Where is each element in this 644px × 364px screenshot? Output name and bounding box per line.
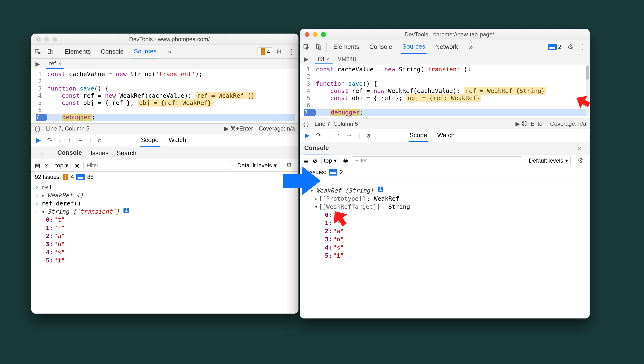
inline-value-hint: obj = {ref: WeakRef} [138,99,213,106]
resume-icon[interactable]: ▶ [305,132,310,139]
close-drawer-icon[interactable]: × [573,144,586,152]
deactivate-breakpoints-icon[interactable]: ⌀ [98,136,102,144]
step-over-icon[interactable]: ↷ [47,136,53,144]
file-tabbar: ▶ ref× [31,59,298,69]
file-tab-vm[interactable]: VM348 [335,54,359,64]
file-tab-ref[interactable]: ref× [315,54,333,64]
drawer-tab-search[interactable]: Search [117,150,136,157]
line-gutter: 1234567 [31,69,44,123]
file-tab-ref[interactable]: ref× [46,59,64,69]
tab-elements[interactable]: Elements [332,40,361,54]
run-snippet-icon[interactable]: ▶ [31,60,44,67]
drawer-tabs: ⋮ Console Issues Search [31,147,298,159]
info-icon[interactable]: i [378,186,383,192]
console-toolbar: ▤ ⊘ top▾ ◉ Default levels▾ ⚙ [300,154,590,167]
drawer-tab-issues[interactable]: Issues [91,150,109,157]
menu-icon[interactable]: ⋮ [285,48,298,56]
annotation-red-arrow-icon [331,211,350,230]
close-icon[interactable]: × [58,61,61,66]
file-tabbar: ▶ ref× VM348 [300,54,590,64]
traffic-lights[interactable] [300,32,331,37]
tab-watch[interactable]: Watch [436,129,456,142]
window-title: DevTools - chrome://new-tab-page/ [331,31,590,38]
live-expression-icon[interactable]: ◉ [343,157,348,164]
step-over-icon[interactable]: ↷ [316,132,321,139]
step-out-icon[interactable]: ↑ [337,132,340,139]
filter-input[interactable] [352,156,522,165]
drawer-tab-console[interactable]: Console [304,142,329,155]
issues-summary[interactable]: 2 Issues: ▬2 [300,167,590,178]
info-icon: ▬ [548,44,557,50]
more-tabs-icon[interactable]: » [467,43,476,51]
step-into-icon[interactable]: ↓ [327,132,330,139]
annotation-arrow-icon [283,165,321,196]
info-icon[interactable]: i [123,208,129,213]
log-levels-select[interactable]: Default levels▾ [235,161,279,170]
step-icon[interactable]: → [346,132,352,139]
tab-sources[interactable]: Sources [401,40,426,54]
run-shortcut: ▶ ⌘+Enter [224,125,253,132]
titlebar: DevTools - chrome://new-tab-page/ [300,29,590,40]
svg-marker-6 [283,166,321,195]
tab-watch[interactable]: Watch [168,134,187,147]
coverage-status: Coverage: n/a [550,120,586,127]
settings-icon[interactable]: ⚙ [564,43,576,51]
device-toggle-icon[interactable] [44,48,56,55]
console-settings-icon[interactable]: ⚙ [574,156,586,164]
step-into-icon[interactable]: ↓ [59,136,62,144]
svg-marker-7 [575,95,592,111]
clear-console-icon[interactable]: ⊘ [313,157,317,164]
inline-value-hint: ref = WeakRef {String} [464,87,546,94]
resume-icon[interactable]: ▶ [36,136,41,144]
panel-tabs: Elements Console Sources Network » [328,40,479,54]
deactivate-breakpoints-icon[interactable]: ⌀ [366,132,370,139]
tab-network[interactable]: Network [434,40,459,54]
code-editor[interactable]: 1234567 const cacheValue = new String('t… [31,69,298,123]
console-output[interactable]: ref ▸WeakRef {} ref.deref() ▾String {'tr… [31,182,298,266]
drawer-tab-console[interactable]: Console [57,146,83,160]
titlebar: DevTools - www.photopea.com/ [31,34,298,45]
inspect-icon[interactable] [300,44,312,50]
devtools-window-right: DevTools - chrome://new-tab-page/ Elemen… [300,29,590,318]
tab-console[interactable]: Console [368,40,393,54]
tab-scope[interactable]: Scope [140,134,160,147]
device-toggle-icon[interactable] [312,44,325,50]
context-select[interactable]: top▾ [53,161,71,170]
console-sidebar-icon[interactable]: ▤ [303,157,309,164]
log-levels-select[interactable]: Default levels▾ [526,156,571,165]
step-icon[interactable]: → [77,136,84,144]
pretty-print-icon[interactable]: { } [35,125,40,132]
scroll-thumb[interactable] [586,66,589,80]
issues-badge[interactable]: !4 [258,48,273,56]
drawer-tabs: Console × [300,142,590,154]
warning-icon: ! [261,48,265,55]
svg-marker-8 [331,211,350,230]
issues-badge[interactable]: ▬2 [545,43,564,51]
coverage-status: Coverage: n/a [259,125,295,132]
debugger-toolbar: ▶ ↷ ↓ ↑ → | ⌀ Scope Watch [300,129,590,142]
more-tabs-icon[interactable]: » [165,48,174,56]
main-toolbar: Elements Console Sources » !4 ⚙ ⋮ [31,45,298,59]
tab-elements[interactable]: Elements [63,45,92,58]
run-snippet-icon[interactable]: ▶ [300,56,312,62]
issues-summary[interactable]: 92 Issues: !4 ▬88 [31,172,298,182]
cursor-position: Line 7, Column 5 [46,125,89,132]
console-sidebar-icon[interactable]: ▤ [35,162,40,169]
code-editor[interactable]: 1234567 const cacheValue = new String('t… [300,64,590,118]
editor-statusbar: { } Line 7, Column 5 ▶ ⌘+Enter Coverage:… [31,123,298,134]
tab-sources[interactable]: Sources [132,45,158,58]
context-select[interactable]: top▾ [321,156,339,165]
step-out-icon[interactable]: ↑ [68,136,71,144]
pretty-print-icon[interactable]: { } [303,120,309,127]
close-icon[interactable]: × [327,56,330,62]
filter-input[interactable] [83,161,231,170]
tab-scope[interactable]: Scope [408,129,428,142]
drawer-menu-icon[interactable]: ⋮ [35,149,49,157]
settings-icon[interactable]: ⚙ [273,48,285,56]
clear-console-icon[interactable]: ⊘ [44,162,49,169]
menu-icon[interactable]: ⋮ [576,43,590,51]
tab-console[interactable]: Console [99,45,125,58]
traffic-lights[interactable] [31,37,62,42]
live-expression-icon[interactable]: ◉ [75,162,80,169]
inspect-icon[interactable] [31,48,44,55]
